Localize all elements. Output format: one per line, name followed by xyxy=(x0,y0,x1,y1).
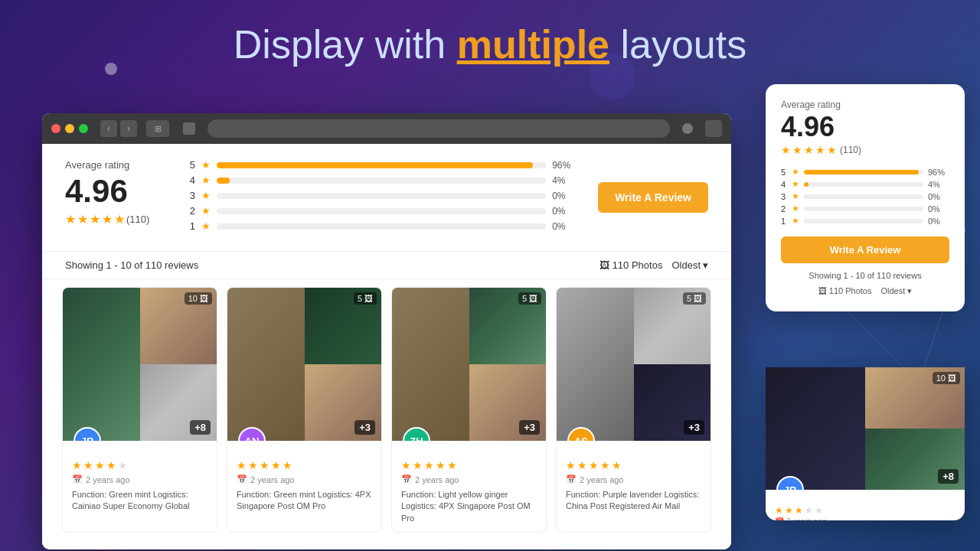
rating-stars-row: ★ ★ ★ ★ ★ (110) xyxy=(65,212,165,227)
card-stars: ★ ★ ★ ★ ★ xyxy=(72,459,207,471)
star-1: ★ xyxy=(65,212,76,227)
rating-bars: 5 ★ 96% 4 ★ 4% 3 ★ xyxy=(188,159,575,236)
review-image-small-2: +3 xyxy=(469,364,547,441)
avg-rating-label: Average rating xyxy=(65,159,165,171)
minimize-dot[interactable] xyxy=(65,124,74,133)
photo-icon: 🖼 xyxy=(818,286,827,295)
bar-pct-5: 96% xyxy=(552,160,575,171)
bar-track-4 xyxy=(217,178,546,184)
bar-track-1 xyxy=(217,223,546,230)
popup-card: Average rating 4.96 ★ ★ ★ ★ ★ (110) 5 ★ … xyxy=(766,84,965,311)
bar-row-1: 1 ★ 0% xyxy=(188,220,575,232)
more-photos-badge: +8 xyxy=(190,420,211,435)
share-button[interactable] xyxy=(705,120,722,137)
popup-stars-row: ★ ★ ★ ★ ★ (110) xyxy=(781,144,949,156)
layout-button[interactable]: ⊞ xyxy=(146,120,169,137)
photo-icon: 🖼 xyxy=(599,259,609,271)
card-images[interactable]: +8 10🖼 JR ✓ xyxy=(63,288,217,441)
bar-pct-2: 0% xyxy=(552,206,575,217)
popup-bar-row-3: 3 ★ 0% xyxy=(781,191,949,201)
popup-main-image xyxy=(766,367,865,490)
review-card: +3 5🖼 AS ✓ ★ ★ ★ ★ ★ xyxy=(556,287,711,533)
reload-button[interactable] xyxy=(682,123,693,134)
bar-fill-5 xyxy=(217,162,533,168)
card-text: Function: Light yellow ginger Logistics:… xyxy=(401,489,537,524)
close-dot[interactable] xyxy=(51,124,60,133)
card-body: ★ ★ ★ ★ ★ 📅2 years ago Function: Green m… xyxy=(63,441,217,520)
bar-pct-4: 4% xyxy=(552,175,575,186)
rating-section: Average rating 4.96 ★ ★ ★ ★ ★ (110) 5 ★ xyxy=(42,144,731,252)
popup-write-review-button[interactable]: Write A Review xyxy=(781,236,949,263)
bar-pct-3: 0% xyxy=(552,191,575,201)
popup-bar-row-1: 1 ★ 0% xyxy=(781,216,949,226)
card-date: 📅2 years ago xyxy=(566,474,701,484)
review-card: +3 5🖼 AN ✓ ★ ★ ★ ★ ★ xyxy=(227,287,382,533)
window-controls xyxy=(51,124,88,133)
bar-row-3: 3 ★ 0% xyxy=(188,190,575,201)
popup-rating-value: 4.96 xyxy=(781,113,949,141)
review-image-main xyxy=(63,288,140,441)
star-4: ★ xyxy=(102,212,113,227)
card-body: ★ ★ ★ ★ ★ 📅2 years ago Function: Light y… xyxy=(392,441,546,532)
card-text: Function: Purple lavender Logistics: Chi… xyxy=(566,489,701,513)
star-5: ★ xyxy=(114,212,125,227)
popup-photos-link[interactable]: 🖼 110 Photos xyxy=(818,286,872,296)
popup-oldest-sort[interactable]: Oldest ▾ xyxy=(880,286,912,296)
url-bar[interactable] xyxy=(207,119,670,138)
card-images[interactable]: +3 5🖼 AN ✓ xyxy=(227,288,381,441)
bar-fill-4 xyxy=(217,178,230,184)
card-text: Function: Green mint Logistics: Cainiao … xyxy=(72,489,207,513)
bar-track-2 xyxy=(217,208,546,214)
bar-track-5 xyxy=(217,162,546,168)
card-body: ★ ★ ★ ★ ★ 📅2 years ago Function: Green m… xyxy=(227,441,381,520)
card-text: Function: Green mint Logistics: 4PX Sing… xyxy=(237,489,372,513)
popup-bars: 5 ★ 96% 4 ★ 4% 3 ★ 0% 2 ★ xyxy=(781,167,949,226)
star-3: ★ xyxy=(90,212,100,227)
popup-bar-row-4: 4 ★ 4% xyxy=(781,179,949,189)
popup-card-date: 📅2 years ago xyxy=(775,517,956,520)
card-stars: ★ ★ ★ ★ ★ xyxy=(566,459,701,471)
popup-photo-count: 10🖼 xyxy=(933,372,960,384)
photos-link[interactable]: 🖼 110 Photos xyxy=(599,259,663,271)
popup-small-image-2: +8 xyxy=(865,429,965,490)
review-image-main xyxy=(557,288,634,441)
browser-content: Average rating 4.96 ★ ★ ★ ★ ★ (110) 5 ★ xyxy=(42,144,731,549)
popup-bar-fill-4 xyxy=(804,182,808,187)
back-button[interactable]: ‹ xyxy=(100,120,117,137)
popup-bar-fill-5 xyxy=(804,170,919,174)
review-image-main xyxy=(392,288,469,441)
security-icon xyxy=(183,122,195,135)
more-photos-badge: +3 xyxy=(354,420,375,435)
review-count: (110) xyxy=(126,214,149,225)
more-photos-badge: +3 xyxy=(684,420,704,435)
popup-card-stars: ★ ★ ★ ★ ★ xyxy=(775,505,956,516)
card-images[interactable]: +3 5🖼 AS ✓ xyxy=(557,288,710,441)
card-images[interactable]: +3 5🖼 ZH ✓ xyxy=(392,288,546,441)
star-2: ★ xyxy=(77,212,88,227)
popup-more-photos: +8 xyxy=(938,469,959,484)
bar-row-4: 4 ★ 4% xyxy=(188,174,575,186)
avg-rating-value: 4.96 xyxy=(65,174,165,209)
photo-count-badge: 5🖼 xyxy=(683,292,706,305)
card-date: 📅2 years ago xyxy=(237,474,372,484)
page-title: Display with multiple layouts xyxy=(0,0,980,83)
oldest-sort-button[interactable]: Oldest ▾ xyxy=(671,259,708,271)
forward-button[interactable]: › xyxy=(120,120,137,137)
review-card: +8 10🖼 JR ✓ ★ ★ ★ ★ ★ xyxy=(62,287,217,533)
review-image-small-2: +8 xyxy=(140,364,217,441)
write-review-button[interactable]: Write A Review xyxy=(598,182,708,213)
browser-window: ‹ › ⊞ Average rating 4.96 ★ ★ ★ ★ ★ (110… xyxy=(42,113,731,549)
bar-row-2: 2 ★ 0% xyxy=(188,205,575,217)
showing-row: Showing 1 - 10 of 110 reviews 🖼 110 Phot… xyxy=(42,252,731,279)
more-photos-badge: +3 xyxy=(519,420,540,435)
rating-summary: Average rating 4.96 ★ ★ ★ ★ ★ (110) xyxy=(65,159,165,227)
photo-count-badge: 5🖼 xyxy=(354,292,377,305)
review-image-small-2: +3 xyxy=(305,364,382,441)
maximize-dot[interactable] xyxy=(79,124,88,133)
popup-card-body: ★ ★ ★ ★ ★ 📅2 years ago Function: Green m… xyxy=(766,490,965,520)
popup-showing-text: Showing 1 - 10 of 110 reviews xyxy=(781,271,949,280)
popup-card-images: +8 10🖼 JR ✓ xyxy=(766,367,965,490)
popup-bar-row-5: 5 ★ 96% xyxy=(781,167,949,177)
card-date: 📅2 years ago xyxy=(72,474,207,484)
popup-review-card: +8 10🖼 JR ✓ ★ ★ ★ ★ ★ 📅2 years ago Funct… xyxy=(766,367,965,520)
